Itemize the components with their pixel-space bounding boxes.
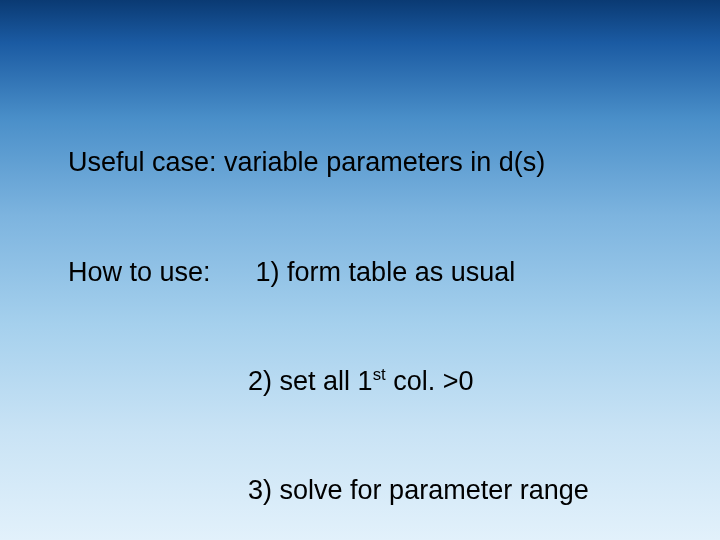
step-3a-text: 3) solve for parameter range xyxy=(248,475,589,505)
useful-case-text: Useful case: variable parameters in d(s) xyxy=(68,147,545,177)
indent-spacer xyxy=(68,472,248,508)
step-1-text: 1) form table as usual xyxy=(256,257,516,287)
step-2-post: col. >0 xyxy=(386,366,474,396)
step-2-pre: 2) set all 1 xyxy=(248,366,373,396)
howto-line-3: 3) solve for parameter range xyxy=(38,436,682,540)
ordinal-superscript: st xyxy=(373,365,386,384)
how-to-use-label: How to use: xyxy=(68,254,256,290)
indent-spacer xyxy=(68,363,248,399)
howto-line-2: 2) set all 1st col. >0 xyxy=(38,327,682,436)
title-line: Useful case: variable parameters in d(s) xyxy=(38,108,682,217)
slide-body: Useful case: variable parameters in d(s)… xyxy=(38,108,682,540)
howto-line-1: How to use: 1) form table as usual xyxy=(38,217,682,326)
